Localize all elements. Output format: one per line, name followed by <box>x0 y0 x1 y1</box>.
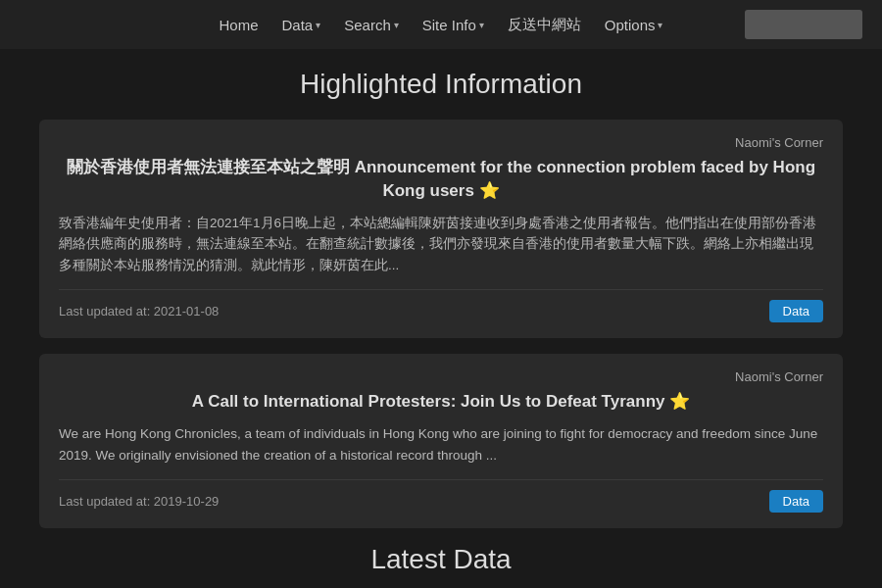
search-input[interactable] <box>745 10 862 39</box>
card-1: Naomi's Corner 關於香港使用者無法連接至本站之聲明 Announc… <box>39 120 843 338</box>
nav-options[interactable]: Options ▾ <box>595 11 673 39</box>
card-2-date: Last updated at: 2019-10-29 <box>59 494 219 509</box>
nav-search-caret: ▾ <box>394 20 399 30</box>
nav-chinese[interactable]: 反送中網站 <box>498 10 591 40</box>
nav-menu: Home Data ▾ Search ▾ Site Info ▾ 反送中網站 O… <box>210 10 673 40</box>
card-2-source: Naomi's Corner <box>59 369 823 384</box>
card-1-title: 關於香港使用者無法連接至本站之聲明 Announcement for the c… <box>59 156 823 203</box>
nav-siteinfo[interactable]: Site Info ▾ <box>413 11 494 39</box>
nav-search[interactable]: Search ▾ <box>334 11 409 39</box>
navigation: Home Data ▾ Search ▾ Site Info ▾ 反送中網站 O… <box>0 0 882 49</box>
card-1-date: Last updated at: 2021-01-08 <box>59 304 219 318</box>
card-2: Naomi's Corner A Call to International P… <box>39 354 843 528</box>
card-1-source: Naomi's Corner <box>59 135 823 150</box>
card-2-data-button[interactable]: Data <box>769 490 823 513</box>
main-content: Highlighted Information Naomi's Corner 關… <box>0 49 882 588</box>
nav-home[interactable]: Home <box>210 11 269 39</box>
card-2-body: We are Hong Kong Chronicles, a team of i… <box>59 423 823 466</box>
card-1-body: 致香港編年史使用者：自2021年1月6日晚上起，本站總編輯陳妍茵接連收到身處香港… <box>59 213 823 276</box>
highlighted-title: Highlighted Information <box>39 69 843 100</box>
nav-data-caret: ▾ <box>316 20 320 30</box>
card-2-footer: Last updated at: 2019-10-29 Data <box>59 479 823 513</box>
nav-siteinfo-caret: ▾ <box>479 20 484 30</box>
nav-data[interactable]: Data ▾ <box>272 11 331 39</box>
card-1-footer: Last updated at: 2021-01-08 Data <box>59 289 823 322</box>
nav-options-caret: ▾ <box>658 20 662 30</box>
card-1-data-button[interactable]: Data <box>769 300 823 322</box>
nav-search-area <box>745 10 862 39</box>
latest-data-title: Latest Data <box>39 544 843 575</box>
card-2-title: A Call to International Protesters: Join… <box>59 390 823 414</box>
